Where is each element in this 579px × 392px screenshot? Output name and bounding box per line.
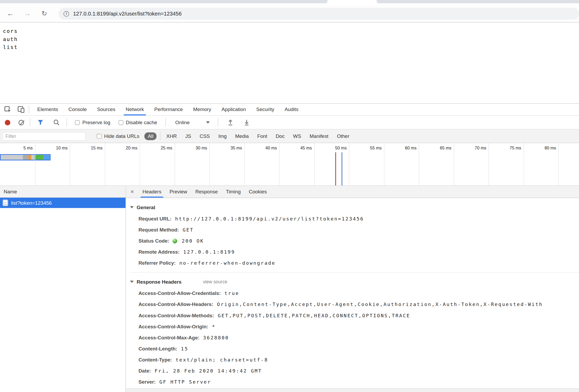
- triangle-down-icon[interactable]: [130, 281, 134, 283]
- chevron-down-icon[interactable]: [206, 121, 210, 123]
- timeline-tick-label: 35 ms: [218, 146, 242, 150]
- timeline-tick-label: 5 ms: [9, 146, 33, 150]
- header-name: Status Code:: [139, 238, 169, 244]
- devtools-tab-performance[interactable]: Performance: [149, 104, 188, 115]
- header-row: Remote Address:127.0.0.1:8199: [139, 246, 579, 257]
- request-type-filter-list: AllXHRJSCSSImgMediaFontDocWSManifestOthe…: [145, 132, 352, 140]
- header-row: Access-Control-Allow-Methods:GET,PUT,POS…: [139, 310, 579, 321]
- details-tab-response[interactable]: Response: [191, 186, 222, 198]
- timeline-gridline: [174, 143, 175, 185]
- disable-cache-checkbox[interactable]: [119, 120, 123, 125]
- filter-type-img[interactable]: Img: [216, 132, 229, 140]
- timeline-tick-label: 85 ms: [567, 146, 579, 150]
- browser-tab-inactive-left[interactable]: [0, 0, 327, 3]
- timeline-tick-label: 45 ms: [288, 146, 312, 150]
- details-tab-preview[interactable]: Preview: [165, 186, 191, 198]
- record-network-log-icon[interactable]: [5, 120, 10, 125]
- close-icon[interactable]: ×: [126, 188, 139, 195]
- import-har-icon[interactable]: [226, 118, 234, 127]
- view-source-link[interactable]: view source: [203, 279, 227, 284]
- network-toolbar: Preserve log Disable cache Online: [0, 116, 579, 129]
- header-row: Access-Control-Allow-Headers:Origin,Cont…: [139, 299, 579, 310]
- devtools-tab-memory[interactable]: Memory: [188, 104, 217, 115]
- filter-type-manifest[interactable]: Manifest: [307, 132, 331, 140]
- filter-type-other[interactable]: Other: [334, 132, 352, 140]
- filter-type-media[interactable]: Media: [233, 132, 251, 140]
- devtools-left-icons: [0, 105, 29, 114]
- devtools-tab-elements[interactable]: Elements: [32, 104, 63, 115]
- overview-segment: [35, 155, 44, 160]
- devtools-tab-audits[interactable]: Audits: [279, 104, 304, 115]
- export-har-icon[interactable]: [242, 118, 251, 127]
- details-tab-bar: × HeadersPreviewResponseTimingCookies: [126, 186, 579, 198]
- header-value: 127.0.0.1:8199: [183, 249, 235, 255]
- forward-icon[interactable]: →: [23, 9, 32, 18]
- devtools-tab-sources[interactable]: Sources: [92, 104, 121, 115]
- header-row: Access-Control-Allow-Origin:*: [139, 321, 579, 332]
- header-row: Request URL:http://127.0.0.1:8199/api.v2…: [139, 213, 579, 224]
- details-tab-cookies[interactable]: Cookies: [245, 186, 271, 198]
- waterfall-overview-bar[interactable]: [0, 154, 51, 160]
- reload-icon[interactable]: ↻: [40, 9, 49, 18]
- filter-type-xhr[interactable]: XHR: [164, 132, 179, 140]
- header-value: GET,PUT,POST,DELETE,PATCH,HEAD,CONNECT,O…: [218, 313, 410, 318]
- devtools-tab-network[interactable]: Network: [120, 104, 149, 115]
- devtools-tab-application[interactable]: Application: [216, 104, 251, 115]
- details-tab-timing[interactable]: Timing: [222, 186, 245, 198]
- page-info-icon[interactable]: i: [63, 11, 69, 16]
- section-title-row[interactable]: Response Headersview source: [130, 277, 579, 287]
- filter-type-font[interactable]: Font: [255, 132, 270, 140]
- clear-network-log-icon[interactable]: [18, 120, 24, 125]
- back-icon[interactable]: ←: [6, 9, 15, 18]
- browser-toolbar: ← → ↻ i 127.0.0.1:8199/api.v2/user/list?…: [0, 5, 579, 23]
- address-bar[interactable]: i 127.0.0.1:8199/api.v2/user/list?token=…: [58, 8, 579, 19]
- filter-type-all[interactable]: All: [145, 132, 157, 140]
- filter-type-ws[interactable]: WS: [291, 132, 304, 140]
- throttling-select[interactable]: Online: [175, 120, 190, 125]
- horizontal-scrollbar[interactable]: [126, 388, 579, 392]
- header-row: Referrer Policy:no-referrer-when-downgra…: [139, 257, 579, 268]
- section-title-row[interactable]: General: [130, 203, 579, 212]
- browser-window: ← → ↻ i 127.0.0.1:8199/api.v2/user/list?…: [0, 0, 579, 392]
- timeline-tick-label: 25 ms: [149, 146, 172, 150]
- timeline-tick-label: 60 ms: [393, 146, 417, 150]
- name-column-header[interactable]: Name: [0, 186, 126, 198]
- header-name: Access-Control-Max-Age:: [139, 335, 199, 340]
- triangle-down-icon[interactable]: [130, 206, 134, 208]
- hide-data-urls-label[interactable]: Hide data URLs: [104, 133, 139, 139]
- timeline-gridline: [70, 143, 70, 185]
- filter-funnel-icon[interactable]: [36, 118, 44, 127]
- filter-type-doc[interactable]: Doc: [273, 132, 287, 140]
- dom-content-loaded-marker: [335, 152, 336, 185]
- devtools-tab-security[interactable]: Security: [251, 104, 279, 115]
- request-row[interactable]: list?token=123456: [0, 198, 126, 208]
- header-name: Date:: [139, 368, 151, 373]
- toolbar-divider: [29, 105, 29, 114]
- hide-data-urls-checkbox[interactable]: [97, 134, 101, 138]
- url-text[interactable]: 127.0.0.1:8199/api.v2/user/list?token=12…: [73, 11, 182, 17]
- header-row: Access-Control-Allow-Credentials:true: [139, 288, 579, 299]
- request-details-panel: × HeadersPreviewResponseTimingCookies Ge…: [126, 186, 579, 392]
- inspect-element-icon[interactable]: [4, 105, 12, 114]
- devtools-tab-console[interactable]: Console: [63, 104, 92, 115]
- timeline-gridline: [419, 143, 419, 185]
- search-icon[interactable]: [52, 118, 61, 127]
- disable-cache-label[interactable]: Disable cache: [126, 120, 157, 125]
- header-value: no-referrer-when-downgrade: [179, 260, 276, 266]
- header-value: GF HTTP Server: [159, 379, 211, 384]
- document-icon: [3, 200, 8, 206]
- preserve-log-label[interactable]: Preserve log: [82, 120, 110, 125]
- details-tab-headers[interactable]: Headers: [139, 186, 165, 198]
- header-name: Content-Type:: [139, 357, 172, 362]
- preserve-log-checkbox[interactable]: [75, 120, 80, 125]
- browser-tab-inactive-right[interactable]: [377, 0, 579, 3]
- header-value: 200 OK: [182, 238, 204, 244]
- timeline-gridline: [279, 143, 279, 185]
- device-toolbar-icon[interactable]: [17, 105, 25, 114]
- header-value: 3628800: [203, 335, 229, 340]
- filter-type-css[interactable]: CSS: [197, 132, 213, 140]
- timeline-tick-label: 15 ms: [79, 146, 102, 150]
- filter-type-js[interactable]: JS: [183, 132, 194, 140]
- network-overview-timeline[interactable]: 5 ms10 ms15 ms20 ms25 ms30 ms35 ms40 ms4…: [0, 143, 579, 185]
- filter-input[interactable]: [2, 132, 86, 140]
